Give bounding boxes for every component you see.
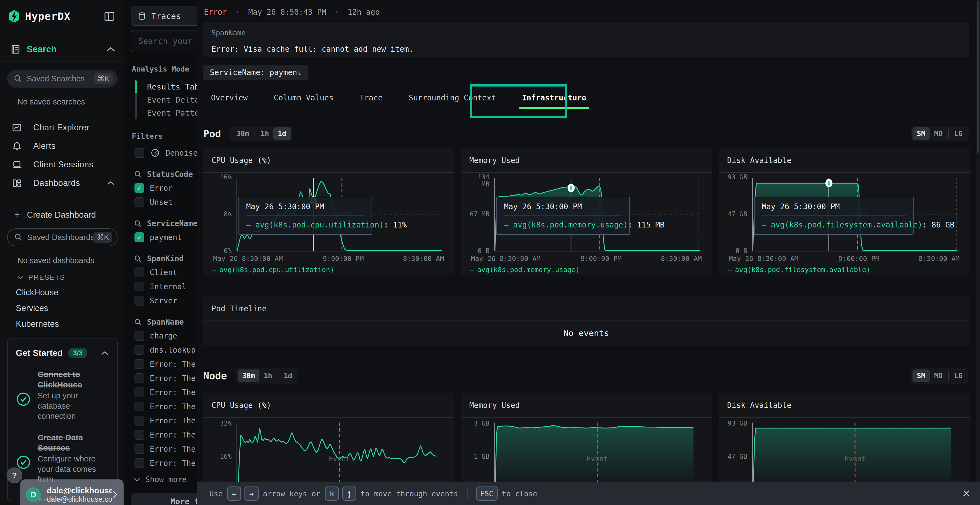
search-icon [14, 233, 23, 241]
footer-text: to move through events [361, 489, 458, 498]
x-axis-tick-label: 8:30:00 AM [403, 255, 444, 262]
filter-option-error-span[interactable]: Error: The cr [134, 387, 197, 397]
sidebar-item-label: Chart Explorer [33, 123, 89, 132]
saved-dashboards-input[interactable]: Saved Dashboards ⌘K [7, 228, 118, 246]
filter-option-client[interactable]: Client [134, 267, 197, 277]
service-name-chip[interactable]: ServiceName: payment [204, 65, 308, 80]
pod-cpu-chart-card: CPU Usage (%) 16%8%0%EventMay 26 8:30:00… [204, 148, 454, 275]
y-axis-tick-label: 0 B [468, 247, 490, 254]
pod-size-control: SM MD LG [911, 126, 969, 141]
filter-group-spanname[interactable]: SpanName [134, 318, 197, 327]
filter-option-unset[interactable]: Unset [134, 197, 197, 207]
chart-title: CPU Usage (%) [204, 393, 454, 418]
filter-option-error-span[interactable]: Error: The cr [134, 430, 197, 440]
tab-trace[interactable]: Trace [357, 90, 385, 106]
get-started-badge: 3/3 [68, 348, 88, 358]
x-axis-tick-label: 9:00:00 PM [581, 255, 622, 262]
filter-option-label: Error: The cr [150, 430, 197, 440]
legend-label: avg(k8s.pod.memory.usage) [477, 266, 579, 274]
range-1d[interactable]: 1d [273, 127, 290, 140]
analysis-mode-event-deltas[interactable]: Event Deltas [147, 93, 197, 106]
analysis-mode-event-patterns[interactable]: Event Patterns [147, 106, 197, 119]
filter-option-error[interactable]: ✓ Error [134, 183, 197, 193]
chart-explorer-icon [12, 123, 22, 132]
tab-infrastructure[interactable]: Infrastructure [519, 90, 589, 106]
filter-group-statuscode[interactable]: StatusCode [134, 170, 197, 179]
preset-services[interactable]: Services [16, 303, 125, 313]
presets-toggle[interactable]: PRESETS [17, 273, 125, 282]
no-saved-searches-text: No saved searches [18, 97, 125, 106]
filter-option-payment[interactable]: ✓ payment [134, 232, 197, 242]
more-filters-button[interactable]: More fil [130, 493, 197, 505]
event-marker-label: Event [329, 455, 350, 463]
size-md[interactable]: MD [930, 370, 947, 382]
search-section-icon [10, 44, 21, 54]
size-lg[interactable]: LG [950, 127, 967, 140]
checkbox-icon [134, 444, 144, 454]
get-started-header[interactable]: Get Started 3/3 [16, 348, 109, 358]
sidebar-collapse-icon[interactable] [102, 10, 116, 23]
event-search-input[interactable]: Search your ev [130, 30, 197, 52]
close-icon[interactable]: ✕ [962, 488, 971, 500]
saved-dashboards-placeholder: Saved Dashboards [27, 233, 93, 242]
search-section-label: Search [27, 44, 57, 54]
range-1d[interactable]: 1d [279, 370, 296, 382]
chart-area[interactable]: 16%8%0%EventMay 26 8:30:00 AM9:00:00 PM8… [212, 173, 446, 275]
task-connect-clickhouse[interactable]: Connect to ClickHouse Set up your databa… [16, 369, 109, 421]
range-30m[interactable]: 30m [232, 127, 253, 140]
get-started-title: Get Started [16, 348, 63, 358]
range-30m[interactable]: 30m [238, 370, 259, 382]
search-section-header[interactable]: Search [0, 44, 125, 54]
range-1h[interactable]: 1h [256, 127, 273, 140]
divider [468, 488, 468, 500]
filter-option-error-span[interactable]: Error: The cr [134, 402, 197, 411]
tab-overview[interactable]: Overview [208, 90, 250, 106]
filter-option-error-span[interactable]: Error: The cr [134, 444, 197, 454]
filter-option-internal[interactable]: Internal [134, 282, 197, 291]
range-1h[interactable]: 1h [259, 370, 277, 382]
search-panel: Traces Search your ev Analysis Mode Resu… [125, 0, 197, 505]
filter-option-server[interactable]: Server [134, 296, 197, 306]
tab-surrounding-context[interactable]: Surrounding Context [406, 90, 498, 106]
saved-searches-input[interactable]: Saved Searches ⌘K [7, 70, 118, 87]
filter-option-error-span[interactable]: Error: The cr [134, 458, 197, 468]
help-button[interactable]: ? [6, 467, 22, 483]
filter-group-spankind[interactable]: SpanKind [134, 254, 197, 263]
filter-option-error-span[interactable]: Error: The cr [134, 416, 197, 426]
traces-source-icon [137, 11, 146, 21]
analysis-mode-results-table[interactable]: Results Table [147, 80, 197, 93]
user-menu[interactable]: D dale@clickhouse.com dale@clickhouse.co… [20, 480, 124, 505]
size-sm[interactable]: SM [913, 127, 930, 140]
tab-column-values[interactable]: Column Values [271, 90, 336, 106]
preset-clickhouse[interactable]: ClickHouse [16, 287, 125, 297]
filter-option-error-span[interactable]: Error: The cr [134, 373, 197, 383]
task-create-data-sources[interactable]: Create Data Sources Configure where your… [16, 432, 109, 484]
y-axis-tick-label: 67 MB [468, 211, 490, 218]
vertical-scrollbar[interactable] [976, 0, 980, 505]
pod-section-header: Pod 30m 1h 1d [204, 126, 293, 141]
source-select-button[interactable]: Traces [130, 6, 197, 25]
sidebar-item-alerts[interactable]: Alerts [0, 137, 125, 156]
size-lg[interactable]: LG [950, 370, 967, 382]
filter-option-dns-lookup[interactable]: dns.lookup [134, 345, 197, 355]
show-more-toggle[interactable]: Show more [134, 475, 197, 484]
scrollbar-thumb[interactable] [977, 0, 980, 153]
sidebar-item-client-sessions[interactable]: Client Sessions [0, 156, 125, 174]
preset-kubernetes[interactable]: Kubernetes [16, 319, 125, 329]
denoise-checkbox-row[interactable]: Denoise Re [134, 148, 197, 158]
filter-option-charge[interactable]: charge [134, 331, 197, 341]
size-md[interactable]: MD [930, 127, 947, 140]
filter-option-error-span[interactable]: Error: The cr [134, 359, 197, 369]
filter-group-servicename[interactable]: ServiceName [134, 219, 197, 228]
task-subtitle: Set up your database connection [38, 391, 109, 421]
sidebar-item-dashboards[interactable]: Dashboards [0, 174, 125, 192]
chart-area[interactable]: 93 GB47 GB0 BEventMay 26 8:30:00 AM9:00:… [727, 173, 962, 275]
divider [0, 62, 125, 62]
tooltip-series-value: : 11% [384, 221, 407, 229]
tab-label: Overview [211, 93, 248, 102]
span-name-label: SpanName [212, 29, 961, 37]
create-dashboard-button[interactable]: + Create Dashboard [14, 209, 125, 221]
size-sm[interactable]: SM [913, 370, 930, 382]
sidebar-item-chart-explorer[interactable]: Chart Explorer [0, 118, 125, 137]
chart-area[interactable]: 134 MB67 MB0 BEventMay 26 8:30:00 AM9:00… [469, 173, 704, 275]
